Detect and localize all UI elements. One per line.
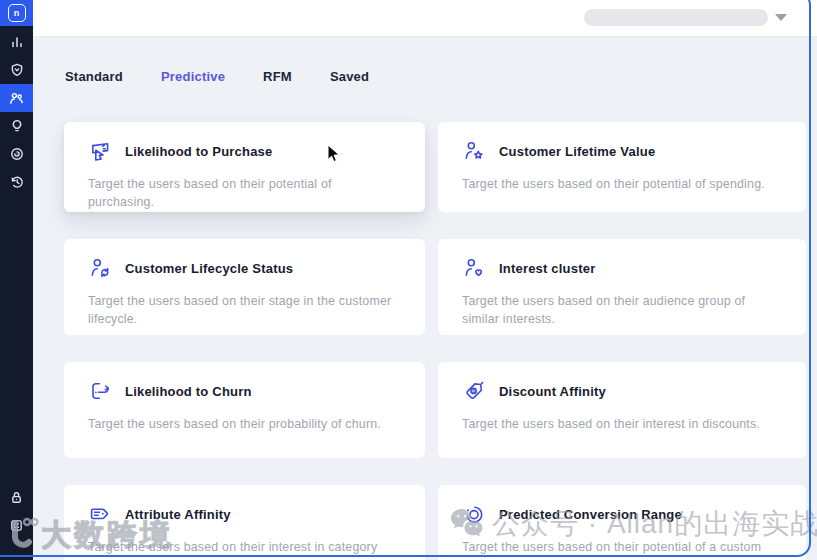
chevron-down-icon[interactable] [775, 14, 787, 21]
lightbulb-icon [9, 118, 25, 134]
card-title: Predicted Conversion Range [499, 507, 682, 522]
sidebar-item-audiences[interactable] [0, 84, 33, 112]
history-clock-icon [9, 174, 25, 190]
sidebar: n [0, 0, 33, 560]
card-customer-lifetime-value[interactable]: Customer Lifetime Value Target the users… [438, 122, 806, 212]
card-title: Customer Lifecycle Status [125, 261, 293, 276]
tab-saved[interactable]: Saved [330, 69, 369, 84]
attribute-tag-icon [88, 502, 112, 526]
account-selector[interactable] [584, 9, 768, 26]
sidebar-item-lock[interactable] [0, 483, 33, 511]
lock-icon [9, 490, 24, 505]
card-description: Target the users based on their potentia… [462, 539, 784, 560]
card-interest-cluster[interactable]: Interest cluster Target the users based … [438, 239, 806, 335]
card-likelihood-to-churn[interactable]: Likelihood to Churn Target the users bas… [64, 362, 425, 458]
user-refresh-icon [88, 256, 112, 280]
bar-chart-icon [9, 34, 25, 50]
discount-tag-icon: $ [462, 379, 486, 403]
card-description: Target the users based on their audience… [462, 293, 784, 328]
tab-predictive[interactable]: Predictive [161, 69, 225, 84]
app-logo-icon: n [8, 4, 26, 22]
sidebar-item-apps[interactable] [0, 511, 33, 539]
card-title: Likelihood to Purchase [125, 144, 272, 159]
app-logo[interactable]: n [0, 0, 33, 26]
topbar [33, 0, 817, 37]
sidebar-item-live-scan[interactable] [0, 140, 33, 168]
card-attribute-affinity[interactable]: Attribute Affinity Target the users base… [64, 485, 425, 560]
card-description: Target the users based on their interest… [88, 539, 403, 557]
audience-users-icon [8, 90, 25, 107]
card-description: Target the users based on their probabil… [88, 416, 403, 434]
card-title: Discount Affinity [499, 384, 606, 399]
card-title: Customer Lifetime Value [499, 144, 655, 159]
card-title: Likelihood to Churn [125, 384, 252, 399]
card-likelihood-to-purchase[interactable]: Likelihood to Purchase Target the users … [64, 122, 425, 212]
tab-rfm[interactable]: RFM [263, 69, 292, 84]
user-heart-icon [462, 256, 486, 280]
segment-card-grid: Likelihood to Purchase Target the users … [64, 122, 806, 560]
sidebar-item-history[interactable] [0, 168, 33, 196]
card-description: Target the users based on their interest… [462, 416, 784, 434]
conversion-orbit-icon [462, 502, 486, 526]
scan-circle-icon [9, 146, 25, 162]
card-predicted-conversion-range[interactable]: Predicted Conversion Range Target the us… [438, 485, 806, 560]
card-customer-lifecycle-status[interactable]: Customer Lifecycle Status Target the use… [64, 239, 425, 335]
apps-grid-icon [9, 518, 24, 533]
tab-standard[interactable]: Standard [65, 69, 123, 84]
sidebar-nav [0, 28, 33, 196]
sidebar-bottom-nav [0, 483, 33, 539]
user-star-icon [462, 139, 486, 163]
shield-target-icon [9, 62, 25, 78]
sidebar-item-ideas[interactable] [0, 112, 33, 140]
card-description: Target the users based on their potentia… [88, 176, 403, 211]
sidebar-item-analytics[interactable] [0, 28, 33, 56]
purchase-click-icon [88, 139, 112, 163]
card-discount-affinity[interactable]: $ Discount Affinity Target the users bas… [438, 362, 806, 458]
sidebar-item-goals[interactable] [0, 56, 33, 84]
card-title: Attribute Affinity [125, 507, 231, 522]
churn-exit-icon [88, 379, 112, 403]
segment-tabs: Standard Predictive RFM Saved [65, 69, 369, 84]
card-description: Target the users based on their stage in… [88, 293, 403, 328]
card-title: Interest cluster [499, 261, 595, 276]
card-description: Target the users based on their potentia… [462, 176, 784, 194]
